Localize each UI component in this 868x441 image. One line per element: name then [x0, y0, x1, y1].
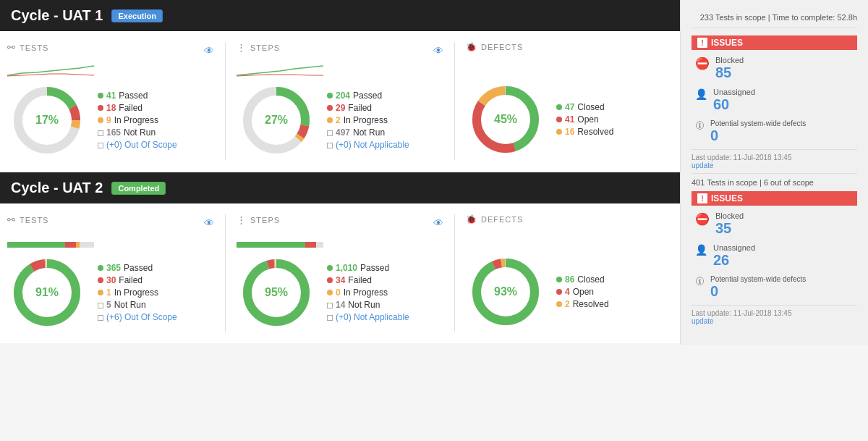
uat2-unassigned-row: 👤 Unassigned 26 — [692, 243, 857, 268]
tests-legend: 41 Passed 18 Failed 9 In P — [98, 91, 177, 150]
tests-donut: 17% — [7, 80, 87, 160]
cycle-uat2-defects: 🐞 DEFECTS — [466, 214, 673, 332]
steps-legend-notapplicable: (+0) Not Applicable — [327, 140, 409, 150]
cycle-uat1-badge: Execution — [111, 9, 163, 22]
cycle-uat2-steps-header: ⋮ STEPS 👁 — [237, 214, 443, 231]
uat2-legend-outofscope: (+6) Out Of Scope — [98, 312, 177, 322]
uat2-unassigned-info: Unassigned 26 — [713, 243, 755, 268]
divider-2 — [454, 42, 455, 160]
potential-icon: 🛈 — [695, 120, 705, 131]
cycle-uat1-steps: ⋮ STEPS 👁 — [237, 42, 443, 160]
tests-eye-icon[interactable]: 👁 — [204, 45, 214, 56]
defects-donut: 45% — [466, 80, 545, 159]
svg-rect-12 — [7, 242, 65, 248]
blocked-icon: ⛔ — [695, 56, 710, 70]
uat2-steps-section-content: 95% 1,010 Passed 34 Failed — [237, 253, 443, 332]
cycle-uat1-tests-header: ⚯ TESTS 👁 — [7, 42, 214, 59]
cycle-uat1-content: ⚯ TESTS 👁 — [0, 31, 680, 171]
unassigned-icon: 👤 — [695, 88, 707, 100]
uat2-defects-legend-resolved: 2 Resolved — [556, 299, 609, 309]
uat1-unassigned-info: Unassigned 60 — [713, 88, 755, 112]
steps-legend-failed: 29 Failed — [327, 103, 409, 113]
uat2-last-update: Last update: 11-Jul-2018 13:45 update — [692, 305, 857, 325]
legend-inprogress: 9 In Progress — [98, 115, 177, 125]
svg-rect-20 — [237, 242, 305, 248]
uat2-tests-eye-icon[interactable]: 👁 — [204, 217, 214, 229]
steps-donut: 27% — [237, 80, 316, 160]
legend-passed: 41 Passed — [98, 91, 177, 101]
uat1-issues-exclamation: ! — [697, 38, 707, 48]
uat1-update-link[interactable]: update — [692, 161, 714, 169]
svg-rect-21 — [305, 242, 316, 248]
uat1-issues-section: ! ISSUES ⛔ Blocked 85 👤 Unassigned 60 🛈 — [692, 35, 857, 169]
uat2-tests-label: ⚯ TESTS — [7, 214, 48, 225]
uat2-test-icon: ⚯ — [7, 214, 16, 225]
main-container: Cycle - UAT 1 Execution ⚯ TESTS 👁 — [0, 0, 868, 345]
defects-legend-open: 41 Open — [556, 114, 613, 125]
cycle-uat2-defects-header: 🐞 DEFECTS — [466, 214, 673, 230]
cycle-uat1-defects-header: 🐞 DEFECTS — [466, 42, 673, 58]
tests-donut-label: 17% — [35, 114, 59, 127]
uat1-last-update: Last update: 11-Jul-2018 13:45 update — [692, 149, 857, 169]
steps-icon: ⋮ — [237, 42, 247, 53]
uat2-steps-legend-notrun: 14 Not Run — [327, 300, 409, 310]
uat2-steps-legend-inprogress: 0 In Progress — [327, 287, 409, 298]
cycle-uat1-block: Cycle - UAT 1 Execution ⚯ TESTS 👁 — [0, 0, 680, 171]
test-icon: ⚯ — [7, 42, 16, 53]
defects-legend: 47 Closed 41 Open 16 Resol — [556, 102, 613, 137]
tests-trend-chart — [7, 62, 214, 77]
uat1-blocked-info: Blocked 85 — [715, 56, 744, 80]
svg-rect-15 — [80, 242, 94, 248]
right-panel: 233 Tests in scope | Time to complete: 5… — [680, 0, 868, 345]
defects-legend-closed: 47 Closed — [556, 102, 613, 112]
cycle-uat1-tests: ⚯ TESTS 👁 — [7, 42, 214, 160]
uat2-tests-legend: 365 Passed 30 Failed 1 In — [98, 263, 177, 322]
uat2-tests-trend — [7, 235, 214, 249]
uat2-update-link[interactable]: update — [692, 317, 714, 325]
cycle-uat1-header: Cycle - UAT 1 Execution — [0, 0, 680, 31]
cycle-uat2-tests: ⚯ TESTS 👁 — [7, 214, 214, 332]
divider-1 — [225, 42, 226, 160]
cycle-uat2-content: ⚯ TESTS 👁 — [0, 203, 680, 343]
uat2-steps-eye-icon[interactable]: 👁 — [433, 217, 443, 229]
uat1-issues-header: ! ISSUES — [692, 35, 857, 50]
uat2-blocked-icon: ⛔ — [695, 212, 710, 226]
steps-legend-notrun: 497 Not Run — [327, 127, 409, 138]
uat2-tests-section-content: 91% 365 Passed 30 Failed — [7, 253, 214, 332]
defects-legend-resolved: 16 Resolved — [556, 127, 613, 137]
uat2-potential-row: 🛈 Potential system-wide defects 0 — [692, 275, 857, 299]
uat2-scope-info: 401 Tests in scope | 6 out of scope — [692, 173, 857, 191]
uat1-potential-info: Potential system-wide defects 0 — [710, 119, 806, 143]
defects-icon: 🐞 — [466, 42, 477, 52]
uat2-defects-legend: 86 Closed 4 Open 2 Resolve — [556, 274, 609, 309]
legend-failed: 18 Failed — [98, 103, 177, 113]
uat2-steps-label: ⋮ STEPS — [237, 214, 280, 225]
steps-label: ⋮ STEPS — [237, 42, 280, 53]
uat2-defects-legend-open: 4 Open — [556, 287, 609, 297]
uat1-potential-row: 🛈 Potential system-wide defects 0 — [692, 119, 857, 143]
uat2-blocked-info: Blocked 35 — [715, 211, 744, 236]
steps-eye-icon[interactable]: 👁 — [433, 45, 443, 56]
cycle-uat2-steps: ⋮ STEPS 👁 — [237, 214, 443, 332]
uat2-steps-legend-passed: 1,010 Passed — [327, 263, 409, 273]
defects-donut-label: 45% — [494, 113, 517, 126]
legend-notrun: 165 Not Run — [98, 127, 177, 138]
uat2-steps-trend — [237, 235, 443, 249]
svg-rect-22 — [316, 242, 323, 248]
defects-label: 🐞 DEFECTS — [466, 42, 523, 52]
uat2-defects-donut: 93% — [466, 252, 545, 332]
uat1-unassigned-row: 👤 Unassigned 60 — [692, 88, 857, 112]
uat2-defects-legend-closed: 86 Closed — [556, 274, 609, 285]
uat2-blocked-row: ⛔ Blocked 35 — [692, 211, 857, 236]
cycle-uat2-title: Cycle - UAT 2 — [11, 180, 103, 196]
uat2-tests-donut-label: 91% — [35, 286, 59, 299]
uat2-defects-label: 🐞 DEFECTS — [466, 214, 523, 224]
uat2-legend-inprogress: 1 In Progress — [98, 287, 177, 298]
cycle-uat1-title: Cycle - UAT 1 — [11, 7, 103, 24]
uat2-defects-section-content: 93% 86 Closed 4 Open — [466, 252, 673, 332]
steps-section-content: 27% 204 Passed 29 Failed — [237, 80, 443, 160]
steps-legend: 204 Passed 29 Failed 2 In — [327, 91, 409, 150]
uat2-unassigned-icon: 👤 — [695, 244, 707, 256]
cycle-uat2-block: Cycle - UAT 2 Completed ⚯ TESTS 👁 — [0, 172, 680, 343]
legend-outofscope: (+0) Out Of Scope — [98, 140, 177, 150]
